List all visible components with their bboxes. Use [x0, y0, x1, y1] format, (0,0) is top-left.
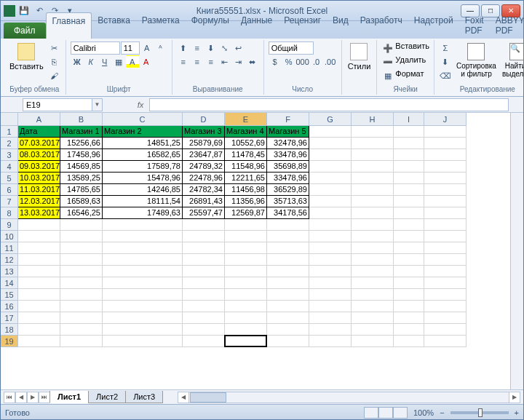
cell-I9[interactable] — [394, 219, 424, 231]
cell-J19[interactable] — [424, 336, 467, 347]
hscroll-left[interactable]: ◀ — [178, 392, 189, 403]
cell-F10[interactable] — [267, 231, 309, 242]
row-header-2[interactable]: 2 — [1, 138, 18, 149]
percent-button[interactable]: % — [282, 55, 295, 68]
cell-D16[interactable] — [183, 301, 225, 312]
cell-I6[interactable] — [394, 184, 424, 196]
cell-D7[interactable]: 26891,43 — [183, 196, 225, 207]
row-header-6[interactable]: 6 — [1, 184, 18, 196]
cell-F12[interactable] — [267, 254, 309, 266]
zoom-thumb[interactable] — [478, 408, 483, 417]
cell-A17[interactable] — [18, 312, 60, 324]
column-header-G[interactable]: G — [309, 113, 352, 126]
cell-H5[interactable] — [352, 173, 394, 184]
align-bottom-button[interactable]: ⬇ — [205, 41, 218, 55]
cell-H12[interactable] — [352, 254, 394, 266]
sheet-tab-Лист2[interactable]: Лист2 — [88, 391, 126, 403]
cell-B9[interactable] — [60, 219, 103, 231]
tab-главная[interactable]: Главная — [46, 12, 92, 39]
column-header-F[interactable]: F — [267, 113, 309, 126]
cell-J10[interactable] — [424, 231, 467, 242]
cell-H17[interactable] — [352, 312, 394, 324]
cell-I12[interactable] — [394, 254, 424, 266]
cell-B1[interactable]: Магазин 1 — [60, 126, 103, 138]
cell-B8[interactable]: 16546,25 — [60, 207, 103, 219]
cell-J1[interactable] — [424, 126, 467, 138]
cell-E6[interactable]: 11456,98 — [225, 184, 267, 196]
cell-C10[interactable] — [103, 231, 183, 242]
cell-H18[interactable] — [352, 324, 394, 336]
cut-button[interactable]: ✂ — [48, 41, 61, 55]
font-name-select[interactable]: Calibri — [71, 41, 120, 55]
cell-C3[interactable]: 16582,65 — [103, 149, 183, 161]
column-header-C[interactable]: C — [103, 113, 183, 126]
currency-button[interactable]: $ — [269, 55, 282, 68]
cell-C7[interactable]: 18111,54 — [103, 196, 183, 207]
row-header-15[interactable]: 15 — [1, 289, 18, 301]
cell-J6[interactable] — [424, 184, 467, 196]
cell-I5[interactable] — [394, 173, 424, 184]
cell-E8[interactable]: 12569,87 — [225, 207, 267, 219]
cell-A10[interactable] — [18, 231, 60, 242]
cell-D19[interactable] — [183, 336, 225, 347]
cell-D10[interactable] — [183, 231, 225, 242]
cell-J4[interactable] — [424, 161, 467, 173]
cell-B2[interactable]: 15256,66 — [60, 138, 103, 149]
row-header-11[interactable]: 11 — [1, 242, 18, 254]
cell-I3[interactable] — [394, 149, 424, 161]
column-header-D[interactable]: D — [183, 113, 225, 126]
cell-I17[interactable] — [394, 312, 424, 324]
cell-C4[interactable]: 17589,78 — [103, 161, 183, 173]
cell-C19[interactable] — [103, 336, 183, 347]
cell-F13[interactable] — [267, 266, 309, 277]
tab-разработч[interactable]: Разработч — [354, 12, 408, 39]
cell-E9[interactable] — [225, 219, 267, 231]
cell-G17[interactable] — [309, 312, 352, 324]
column-header-I[interactable]: I — [394, 113, 424, 126]
copy-button[interactable]: ⎘ — [48, 55, 61, 68]
cell-I18[interactable] — [394, 324, 424, 336]
zoom-out-button[interactable]: − — [440, 408, 444, 417]
cell-E11[interactable] — [225, 242, 267, 254]
cell-D14[interactable] — [183, 277, 225, 289]
cell-G1[interactable] — [309, 126, 352, 138]
cell-F6[interactable]: 36529,89 — [267, 184, 309, 196]
cell-B18[interactable] — [60, 324, 103, 336]
cell-D4[interactable]: 24789,32 — [183, 161, 225, 173]
cell-G14[interactable] — [309, 277, 352, 289]
cell-grid[interactable]: ДатаМагазин 1Магазин 2Магазин 3Магазин 4… — [18, 126, 467, 347]
cell-A7[interactable]: 12.03.2017 — [18, 196, 60, 207]
zoom-slider[interactable] — [450, 411, 509, 414]
cell-J17[interactable] — [424, 312, 467, 324]
cell-C16[interactable] — [103, 301, 183, 312]
cell-F1[interactable]: Магазин 5 — [267, 126, 309, 138]
cell-A3[interactable]: 08.03.2017 — [18, 149, 60, 161]
cell-D3[interactable]: 23647,87 — [183, 149, 225, 161]
cell-A14[interactable] — [18, 277, 60, 289]
cell-E18[interactable] — [225, 324, 267, 336]
row-header-12[interactable]: 12 — [1, 254, 18, 266]
cell-A8[interactable]: 13.03.2017 — [18, 207, 60, 219]
sort-filter-button[interactable]: Сортировка и фильтр — [455, 41, 498, 79]
cell-B5[interactable]: 13589,25 — [60, 173, 103, 184]
cell-A2[interactable]: 07.03.2017 — [18, 138, 60, 149]
fx-button[interactable]: fx — [132, 100, 149, 109]
cell-F11[interactable] — [267, 242, 309, 254]
cell-B13[interactable] — [60, 266, 103, 277]
styles-button[interactable]: Стили — [346, 41, 373, 72]
cell-J11[interactable] — [424, 242, 467, 254]
cell-E16[interactable] — [225, 301, 267, 312]
cell-G10[interactable] — [309, 231, 352, 242]
cell-A15[interactable] — [18, 289, 60, 301]
cell-C1[interactable]: Магазин 2 — [103, 126, 183, 138]
cell-I13[interactable] — [394, 266, 424, 277]
insert-cells-button[interactable]: Вставить — [395, 41, 429, 55]
cell-B12[interactable] — [60, 254, 103, 266]
column-header-E[interactable]: E — [225, 113, 267, 126]
decrease-decimal-button[interactable]: .00 — [324, 55, 337, 68]
format-painter-button[interactable]: 🖌 — [48, 69, 61, 82]
cell-C5[interactable]: 15478,96 — [103, 173, 183, 184]
formula-input[interactable] — [149, 98, 509, 111]
cell-I19[interactable] — [394, 336, 424, 347]
view-normal-button[interactable] — [364, 407, 378, 419]
